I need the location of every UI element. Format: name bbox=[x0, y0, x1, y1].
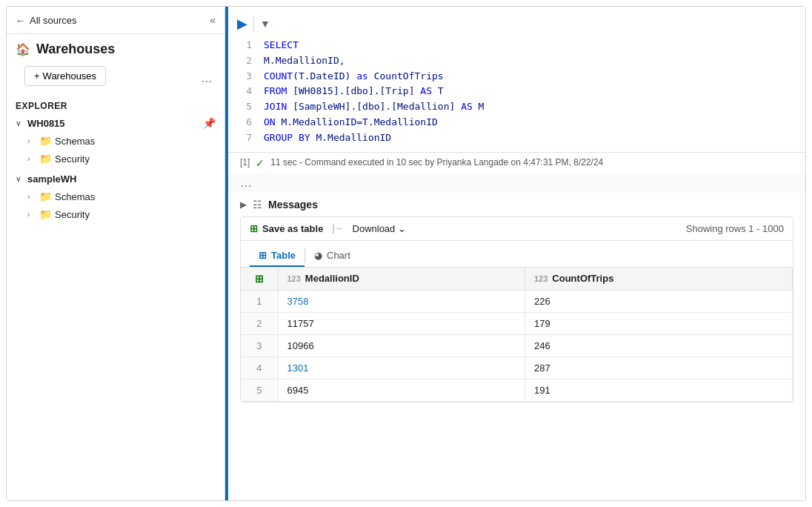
chevron-down-icon: ⌄ bbox=[398, 223, 406, 234]
folder-icon: 📁 bbox=[39, 190, 52, 202]
col-header-countoftrips: 123 CountOfTrips bbox=[525, 268, 792, 291]
warehouses-title: Warehouses bbox=[36, 42, 115, 57]
warehouse-more-button[interactable]: … bbox=[198, 69, 216, 88]
folder-icon: 📁 bbox=[39, 208, 52, 220]
add-warehouse-button[interactable]: + Warehouses bbox=[24, 66, 106, 86]
results-container: ⊞ Save as table |→ Download ⌄ Showing ro… bbox=[240, 216, 793, 402]
col-header-rownum: ⊞ bbox=[241, 268, 278, 291]
tree-item-security1[interactable]: › 📁 Security bbox=[7, 150, 224, 168]
cell-countoftrips: 191 bbox=[525, 379, 792, 401]
cell-medallionid: 3758 bbox=[278, 290, 525, 312]
back-link-label: All sources bbox=[30, 15, 77, 26]
save-as-table-button[interactable]: ⊞ Save as table bbox=[250, 223, 323, 234]
line-number: 3 bbox=[237, 69, 252, 84]
code-line-6: 6 ON M.MedallionID=T.MedallionID bbox=[237, 115, 796, 130]
plus-icon: + bbox=[34, 70, 40, 82]
tab-table-label: Table bbox=[271, 250, 296, 261]
content-area: ▶ ▼ 1 SELECT 2 M.MedallionID, 3 COUNT(T.… bbox=[228, 7, 805, 500]
num-type-icon: 123 bbox=[287, 274, 301, 283]
download-label: Download bbox=[353, 223, 396, 234]
results-table: ⊞ 123 MedallionID 123 bbox=[241, 268, 793, 402]
warehouse-row: + Warehouses … bbox=[7, 62, 224, 95]
cell-countoftrips: 179 bbox=[525, 312, 792, 334]
cell-countoftrips: 226 bbox=[525, 290, 792, 312]
col-header-label: MedallionID bbox=[305, 273, 359, 284]
table-grid-icon: ⊞ bbox=[250, 223, 258, 234]
results-area: ▶ ☷ Messages ⊞ Save as table |→ Download… bbox=[228, 193, 805, 500]
toolbar-separator: |→ bbox=[332, 223, 343, 233]
run-query-button[interactable]: ▶ bbox=[237, 16, 247, 32]
cell-rownum: 1 bbox=[241, 290, 278, 312]
table-icon: ⊞ bbox=[259, 250, 267, 261]
toolbar-dropdown-button[interactable]: ▼ bbox=[260, 18, 270, 30]
chevron-right-icon: › bbox=[27, 155, 36, 163]
code-line-1: 1 SELECT bbox=[237, 38, 796, 53]
tab-chart-label: Chart bbox=[327, 250, 350, 261]
sidebar-header: ← All sources « bbox=[7, 7, 224, 34]
tree-item-samplewh[interactable]: ∨ sampleWH bbox=[7, 170, 224, 188]
results-toolbar: ⊞ Save as table |→ Download ⌄ Showing ro… bbox=[241, 217, 793, 241]
table-row: 211757179 bbox=[241, 312, 793, 334]
chevron-right-icon: › bbox=[27, 193, 36, 201]
table-row: 41301287 bbox=[241, 357, 793, 379]
code-toolbar: ▶ ▼ bbox=[228, 13, 805, 38]
chevron-down-icon: ∨ bbox=[16, 175, 24, 183]
cell-countoftrips: 246 bbox=[525, 334, 792, 357]
line-number: 5 bbox=[237, 99, 252, 115]
collapse-icon[interactable]: « bbox=[210, 14, 216, 26]
code-text: FROM [WH0815].[dbo].[Trip] AS T bbox=[264, 84, 444, 99]
cell-countoftrips: 287 bbox=[525, 357, 792, 379]
folder-icon: 📁 bbox=[39, 153, 52, 165]
table-row: 310966246 bbox=[241, 334, 793, 357]
code-content[interactable]: 1 SELECT 2 M.MedallionID, 3 COUNT(T.Date… bbox=[228, 38, 805, 146]
tree-item-schemas2[interactable]: › 📁 Schemas bbox=[7, 188, 224, 205]
back-arrow-icon: ← bbox=[16, 15, 25, 26]
tree-item-label: Schemas bbox=[55, 191, 95, 202]
cell-medallionid: 10966 bbox=[278, 334, 525, 357]
code-editor: ▶ ▼ 1 SELECT 2 M.MedallionID, 3 COUNT(T.… bbox=[228, 7, 805, 153]
code-text: GROUP BY M.MedallionID bbox=[264, 130, 391, 146]
table-row: 56945191 bbox=[241, 379, 793, 401]
tree-item-schemas1[interactable]: › 📁 Schemas bbox=[7, 132, 224, 150]
cell-medallionid: 1301 bbox=[278, 357, 525, 379]
code-text: COUNT(T.DateID) as CountOfTrips bbox=[264, 69, 444, 84]
messages-label: Messages bbox=[268, 199, 318, 211]
status-check-icon: ✓ bbox=[256, 157, 264, 169]
tree-item-wh0815[interactable]: ∨ WH0815 📌 bbox=[7, 114, 224, 132]
code-text: JOIN [SampleWH].[dbo].[Medallion] AS M bbox=[264, 99, 484, 115]
cell-medallionid: 6945 bbox=[278, 379, 525, 401]
tree-item-label: Security bbox=[55, 209, 90, 220]
tree-item-security2[interactable]: › 📁 Security bbox=[7, 205, 224, 223]
grid-icon: ⊞ bbox=[255, 273, 264, 285]
chevron-right-icon: › bbox=[27, 211, 36, 219]
download-button[interactable]: Download ⌄ bbox=[353, 223, 407, 234]
code-line-5: 5 JOIN [SampleWH].[dbo].[Medallion] AS M bbox=[237, 99, 796, 115]
cell-rownum: 5 bbox=[241, 379, 278, 401]
status-message: 11 sec - Command executed in 10 sec by P… bbox=[270, 157, 603, 168]
view-tabs: ⊞ Table ◕ Chart bbox=[241, 241, 793, 268]
tab-table[interactable]: ⊞ Table bbox=[250, 245, 304, 267]
status-bar: [1] ✓ 11 sec - Command executed in 10 se… bbox=[228, 153, 805, 173]
code-text: M.MedallionID, bbox=[264, 53, 345, 69]
warehouses-title-row: 🏠 Warehouses bbox=[7, 34, 224, 62]
code-line-4: 4 FROM [WH0815].[dbo].[Trip] AS T bbox=[237, 84, 796, 99]
tree-item-label: Schemas bbox=[55, 136, 95, 147]
code-line-3: 3 COUNT(T.DateID) as CountOfTrips bbox=[237, 69, 796, 84]
code-line-2: 2 M.MedallionID, bbox=[237, 53, 796, 69]
code-text: SELECT bbox=[264, 38, 299, 53]
chevron-right-icon: › bbox=[27, 137, 36, 145]
back-link[interactable]: ← All sources bbox=[16, 15, 77, 26]
tab-chart[interactable]: ◕ Chart bbox=[305, 245, 359, 267]
warehouse-icon: 🏠 bbox=[16, 42, 30, 56]
more-dots: … bbox=[228, 173, 805, 193]
line-number: 6 bbox=[237, 115, 252, 130]
tree-item-label: Security bbox=[55, 153, 90, 165]
chart-icon: ◕ bbox=[314, 250, 322, 261]
messages-chevron-icon: ▶ bbox=[240, 199, 247, 210]
messages-row[interactable]: ▶ ☷ Messages bbox=[240, 193, 793, 216]
messages-icon: ☷ bbox=[253, 199, 262, 211]
table-row: 13758226 bbox=[241, 290, 793, 312]
cell-rownum: 4 bbox=[241, 357, 278, 379]
code-line-7: 7 GROUP BY M.MedallionID bbox=[237, 130, 796, 146]
pin-icon: 📌 bbox=[203, 117, 216, 129]
